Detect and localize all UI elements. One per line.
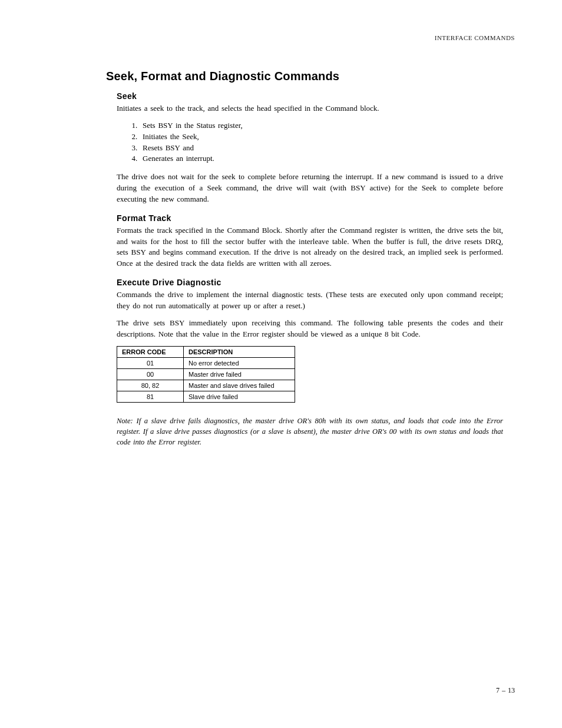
format-paragraph: Formats the track specified in the Comma… bbox=[106, 225, 503, 269]
content-area: Seek, Format and Diagnostic Commands See… bbox=[47, 70, 515, 447]
error-code-table: ERROR CODE DESCRIPTION 01 No error detec… bbox=[117, 346, 295, 403]
table-header-row: ERROR CODE DESCRIPTION bbox=[117, 346, 295, 357]
table-row: 00 Master drive failed bbox=[117, 368, 295, 380]
table-header-code: ERROR CODE bbox=[117, 346, 184, 357]
error-desc-cell: Master and slave drives failed bbox=[184, 380, 295, 391]
running-header: INTERFACE COMMANDS bbox=[47, 34, 515, 41]
seek-heading: Seek bbox=[106, 91, 503, 101]
diagnostic-paragraph-2: The drive sets BSY immediately upon rece… bbox=[106, 318, 503, 340]
table-header-desc: DESCRIPTION bbox=[184, 346, 295, 357]
diagnostic-paragraph-1: Commands the drive to implement the inte… bbox=[106, 289, 503, 312]
seek-list-item: Generates an interrupt. bbox=[140, 153, 503, 164]
seek-intro: Initiates a seek to the track, and selec… bbox=[106, 103, 503, 114]
diagnostic-heading: Execute Drive Diagnostic bbox=[106, 278, 503, 287]
seek-list-item: Initiates the Seek, bbox=[140, 131, 503, 143]
section-title: Seek, Format and Diagnostic Commands bbox=[106, 70, 503, 83]
seek-paragraph: The drive does not wait for the seek to … bbox=[106, 172, 503, 205]
error-desc-cell: Master drive failed bbox=[184, 368, 295, 380]
format-heading: Format Track bbox=[106, 213, 503, 223]
error-code-cell: 01 bbox=[117, 357, 184, 368]
seek-list-item: Sets BSY in the Status register, bbox=[140, 120, 503, 131]
page-number: 7 – 13 bbox=[496, 686, 515, 695]
diagnostic-note: Note: If a slave drive fails diagnostics… bbox=[106, 416, 503, 447]
error-code-cell: 80, 82 bbox=[117, 380, 184, 391]
error-desc-cell: Slave drive failed bbox=[184, 391, 295, 402]
error-desc-cell: No error detected bbox=[184, 357, 295, 368]
table-row: 01 No error detected bbox=[117, 357, 295, 368]
seek-list: Sets BSY in the Status register, Initiat… bbox=[106, 120, 503, 164]
table-row: 81 Slave drive failed bbox=[117, 391, 295, 402]
table-row: 80, 82 Master and slave drives failed bbox=[117, 380, 295, 391]
error-code-cell: 00 bbox=[117, 368, 184, 380]
error-code-cell: 81 bbox=[117, 391, 184, 402]
seek-list-item: Resets BSY and bbox=[140, 143, 503, 154]
